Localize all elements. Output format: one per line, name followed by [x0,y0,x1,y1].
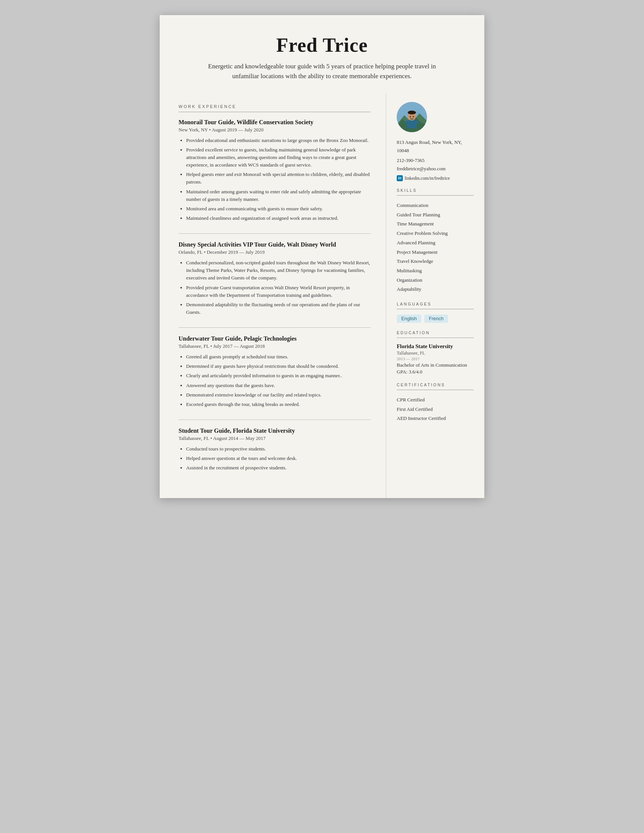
cert-1: CPR Certified [397,396,474,405]
job-3-title: Underwater Tour Guide, Pelagic Technolog… [178,335,371,342]
svg-point-5 [408,111,416,114]
right-column: 813 Angus Road, New York, NY, 10048 212-… [386,93,484,499]
candidate-tagline: Energetic and knowledgeable tour guide w… [201,61,443,82]
work-experience-label: WORK EXPERIENCE [178,104,371,109]
job-3-location: Tallahassee, FL [178,343,209,349]
svg-point-9 [413,116,414,117]
education-section: EDUCATION Florida State University Talla… [397,330,474,375]
skills-label: SKILLS [397,188,474,193]
certifications-label: CERTIFICATIONS [397,383,474,387]
job-4-bullet-1: Conducted tours to prospective students. [186,445,371,453]
edu-location: Tallahassee, FL [397,351,474,356]
contact-phone: 212-390-7365 [397,156,474,165]
job-4-meta: Tallahassee, FL • August 2014 — May 2017 [178,436,371,441]
language-badges: English French [397,315,474,323]
svg-point-8 [410,116,411,117]
job-3: Underwater Tour Guide, Pelagic Technolog… [178,335,371,408]
skill-3: Time Management [397,219,474,229]
edu-degree: Bachelor of Arts in Communication [397,362,474,368]
certifications-divider [397,390,474,390]
job-1-bullet-5: Monitored area and communicating with gu… [186,205,371,212]
skill-4: Creative Problem Solving [397,229,474,238]
job-4-location: Tallahassee, FL [178,436,209,441]
job-3-bullet-6: Escorted guests through the tour, taking… [186,400,371,408]
job-1-bullet-sep: • [209,127,212,132]
job-3-divider [178,420,371,420]
job-1-location: New York, NY [178,127,208,132]
job-1-bullet-2: Provided excellent service to guests, in… [186,146,371,169]
edu-school: Florida State University [397,343,474,350]
job-3-bullet-3: Clearly and articulately provided inform… [186,372,371,380]
skill-1: Communication [397,201,474,210]
languages-divider [397,309,474,309]
language-french: French [424,315,448,323]
job-1-bullet-4: Maintained order among guests waiting to… [186,188,371,203]
job-4-title: Student Tour Guide, Florida State Univer… [178,428,371,434]
job-1-bullet-1: Provided educational and enthusiastic na… [186,137,371,144]
job-3-bullet-1: Greeted all guests promptly at scheduled… [186,353,371,360]
job-2-title: Disney Special Activities VIP Tour Guide… [178,241,371,248]
job-3-bullet-sep: • [210,343,213,349]
skill-2: Guided Tour Planning [397,210,474,220]
skill-8: Multitasking [397,266,474,276]
resume-body: WORK EXPERIENCE Monorail Tour Guide, Wil… [160,93,484,499]
skill-10: Adaptability [397,285,474,294]
linkedin-row: in linkedin.com/in/fredtrice [397,175,474,181]
skill-6: Project Management [397,248,474,257]
job-4-bullets: Conducted tours to prospective students.… [178,445,371,472]
left-column: WORK EXPERIENCE Monorail Tour Guide, Wil… [160,93,386,499]
resume-document: Fred Trice Energetic and knowledgeable t… [160,15,484,498]
skills-divider [397,195,474,196]
job-1-title: Monorail Tour Guide, Wildlife Conservati… [178,119,371,126]
job-2-location: Orlando, FL [178,249,203,255]
job-1-bullets: Provided educational and enthusiastic na… [178,137,371,222]
contact-info: 813 Angus Road, New York, NY, 10048 212-… [397,138,474,181]
certifications-section: CERTIFICATIONS CPR Certified First Aid C… [397,383,474,423]
job-2-meta: Orlando, FL • December 2019 — July 2019 [178,249,371,255]
job-2-divider [178,327,371,328]
resume-header: Fred Trice Energetic and knowledgeable t… [160,15,484,93]
job-1: Monorail Tour Guide, Wildlife Conservati… [178,119,371,222]
job-2-dates: December 2019 — July 2019 [207,249,265,255]
job-3-bullets: Greeted all guests promptly at scheduled… [178,353,371,408]
job-1-bullet-3: Helped guests enter and exit Monorail wi… [186,170,371,186]
job-2-bullet-1: Conducted personalized, non-scripted gui… [186,259,371,282]
education-divider [397,338,474,338]
cert-3: AED Instructor Certified [397,414,474,423]
job-4-bullet-3: Assisted in the recruitment of prospecti… [186,464,371,472]
avatar [397,102,427,132]
skills-section: SKILLS Communication Guided Tour Plannin… [397,188,474,294]
job-1-bullet-6: Maintained cleanliness and organization … [186,214,371,222]
edu-years: 2013 — 2017 [397,357,474,361]
skill-7: Travel Knowledge [397,257,474,266]
job-4-dates: August 2014 — May 2017 [213,436,265,441]
job-2-bullet-sep: • [204,249,207,255]
candidate-name: Fred Trice [182,34,462,56]
job-4-bullet-2: Helped answer questions at the tours and… [186,455,371,462]
job-4: Student Tour Guide, Florida State Univer… [178,428,371,472]
work-experience-divider [178,112,371,112]
job-1-divider [178,233,371,234]
linkedin-icon: in [397,175,403,181]
job-1-meta: New York, NY • August 2019 — July 2020 [178,127,371,133]
job-2-bullet-2: Provided private Guest transportation ac… [186,284,371,299]
edu-gpa: GPA: 3.6/4.0 [397,369,474,375]
job-1-dates: August 2019 — July 2020 [212,127,263,132]
avatar-image [397,102,427,132]
skill-9: Organization [397,276,474,285]
job-3-dates: July 2017 — August 2018 [213,343,265,349]
job-3-bullet-4: Answered any questions that the guests h… [186,382,371,389]
job-2-bullet-3: Demonstrated adaptability to the fluctua… [186,301,371,316]
contact-address: 813 Angus Road, New York, NY, 10048 [397,138,474,155]
job-3-bullet-2: Determined if any guests have physical r… [186,362,371,370]
job-2: Disney Special Activities VIP Tour Guide… [178,241,371,316]
languages-section: LANGUAGES English French [397,302,474,323]
linkedin-url: linkedin.com/in/fredtrice [405,175,450,181]
job-3-meta: Tallahassee, FL • July 2017 — August 201… [178,343,371,349]
job-3-bullet-5: Demonstrated extensive knowledge of our … [186,391,371,399]
contact-email: freddietrice@yahoo.com [397,165,474,173]
education-label: EDUCATION [397,330,474,335]
job-2-bullets: Conducted personalized, non-scripted gui… [178,259,371,316]
language-english: English [397,315,421,323]
skill-5: Advanced Planning [397,238,474,248]
